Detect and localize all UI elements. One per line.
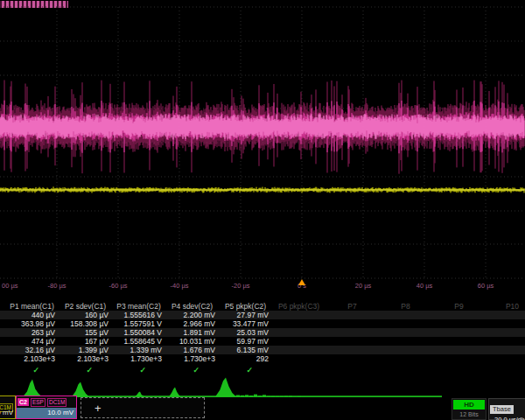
measure-cell: 1.676 mV [165,346,219,354]
measure-cell [486,319,525,328]
measure-cell: 2.103e+3 [59,354,112,363]
measure-status-check: ✓ [5,365,59,375]
measure-cell [486,337,525,346]
measure-cell [272,346,326,354]
trigger-position-marker [298,279,305,285]
measure-cell [272,337,326,346]
measure-header-p3[interactable]: P3 mean(C2) [112,302,165,311]
measure-cell [379,311,432,319]
measure-cell [272,354,326,363]
measure-cell [326,337,379,346]
measure-header-p8[interactable]: P8 [379,302,432,311]
timebase-label: Tbase [490,405,514,414]
time-tick-label: 40 µs [416,282,433,290]
measure-status-check: ✓ [165,365,219,375]
measure-cell: 10.031 mV [165,337,219,346]
measure-cell: 6.135 mV [219,346,272,354]
measure-cell [326,311,379,319]
measure-cell [432,319,486,328]
measure-cell [432,346,486,354]
measurement-histogram [0,376,525,401]
measure-status-check [432,365,486,375]
measure-cell: 1.555616 V [112,311,165,319]
measure-cell: 160 µV [59,311,112,319]
measure-cell: 1.730e+3 [112,354,165,363]
measure-cell [486,354,525,363]
measure-header-p1[interactable]: P1 mean(C1) [5,302,59,311]
measure-cell [432,328,486,337]
c1-scale: 10.0 mV [0,408,15,418]
plus-icon: + [94,402,102,415]
measure-cell [379,337,432,346]
measure-cell [272,311,326,319]
measure-cell [326,319,379,328]
time-tick-label: 20 µs [355,282,372,290]
measure-cell: 1.730e+3 [165,354,219,363]
measure-cell: 2.966 mV [165,319,219,328]
measure-cell [379,354,432,363]
measure-cell: 1.558645 V [112,337,165,346]
measure-cell: 292 [219,354,272,363]
measure-header-p9[interactable]: P9 [432,302,486,311]
waveform-grid [0,0,525,289]
measure-cell [326,346,379,354]
measure-cell [379,346,432,354]
measure-status-check [272,365,326,375]
time-tick-label: -40 µs [171,282,189,290]
measure-header-p5[interactable]: P5 pkpk(C2) [219,302,272,311]
hd-acquisition-box[interactable]: HD 12 Bits [452,398,486,420]
measure-status-check: ✓ [112,365,165,375]
timebase-descriptor[interactable]: Tbase 20.0 µs/div [488,398,525,420]
measure-cell [379,328,432,337]
time-tick-label: -60 µs [109,282,128,290]
channel-c1-descriptor[interactable]: DC1M 10.0 mV [0,396,16,419]
oscilloscope-screen: { "colors": { "c1_trace": "#e0e000", "c2… [0,0,525,420]
hd-badge: HD [453,400,485,410]
measure-cell: 2.103e+3 [5,354,59,363]
measure-cell: 32.16 µV [5,346,59,354]
measure-cell: 59.97 mV [219,337,272,346]
measure-header-p10[interactable]: P10 [486,302,525,311]
measure-cell: 2.200 mV [165,311,219,319]
time-tick-label: 00 µs [2,282,18,290]
measure-cell: 1.339 mV [112,346,165,354]
measure-status-check [326,365,379,375]
add-trace-button[interactable]: + [80,397,205,418]
measure-header-p7[interactable]: P7 [326,302,379,311]
c2-label: C2 [18,398,29,406]
measure-cell: 363.98 µV [5,319,59,328]
measure-cell: 1.891 mV [165,328,219,337]
channel-c2-descriptor[interactable]: C2 ESP DC1M 10.0 mV [16,396,77,419]
measure-cell [486,328,525,337]
measure-cell: 27.97 mV [219,311,272,319]
measure-cell: 1.557591 V [112,319,165,328]
c2-esp-tag: ESP [31,398,46,407]
c2-scale: 10.0 mV [17,408,76,418]
measure-status-check [379,365,432,375]
measure-cell [272,319,326,328]
measure-header-p2[interactable]: P2 sdev(C1) [59,302,112,311]
measure-cell: 155 µV [59,328,112,337]
measure-status-check: ✓ [219,365,272,375]
measure-cell: 25.03 mV [219,328,272,337]
measure-cell: 1.550084 V [112,328,165,337]
measure-cell [326,354,379,363]
measure-cell [326,328,379,337]
measure-cell: 167 µV [59,337,112,346]
measure-cell: 158.308 µV [59,319,112,328]
time-tick-label: -80 µs [48,282,66,290]
measure-cell: 440 µV [5,311,59,319]
measure-status-check: ✓ [59,365,112,375]
measure-cell: 1.399 µV [59,346,112,354]
measure-table: P1 mean(C1)P2 sdev(C1)P3 mean(C2)P4 sdev… [0,302,525,382]
measure-header-p4[interactable]: P4 sdev(C2) [165,302,219,311]
time-tick-label: 60 µs [478,282,494,290]
hd-bits-label: 12 Bits [452,410,486,419]
timebase-scale: 20.0 µs/div [489,415,525,420]
measure-cell [432,354,486,363]
measure-status-check [486,365,525,375]
measure-cell [379,319,432,328]
measure-header-p6[interactable]: P6 pkpk(C3) [272,302,326,311]
measure-cell: 263 µV [5,328,59,337]
measure-cell: 474 µV [5,337,59,346]
